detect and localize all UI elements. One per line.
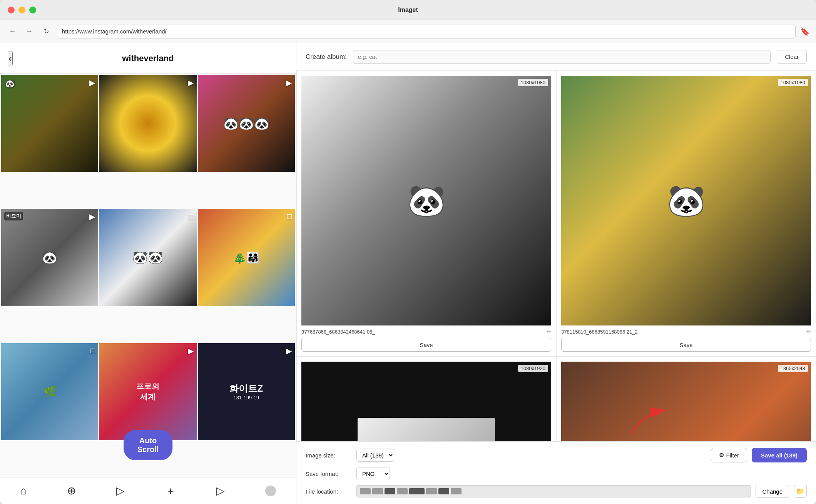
image-card: 🐼 1080x1920 379057018_14757138699210 75_…	[296, 357, 556, 441]
feed-item[interactable]: 🎄👨‍👩‍👧 □	[198, 209, 295, 306]
image-size-row: Image size: All (139) ⚙ Filter Save all …	[306, 448, 807, 462]
image-size-badge: 1080x1080	[518, 79, 548, 86]
home-icon[interactable]: ⌂	[20, 485, 27, 497]
feed-item-image-icon: □	[90, 346, 95, 355]
save-format-row: Save format: PNG JPG WEBP	[306, 467, 807, 480]
filter-icon: ⚙	[719, 452, 724, 459]
feed-item[interactable]: 🐼 ▶	[1, 75, 98, 172]
url-bar[interactable]	[57, 25, 796, 38]
auto-scroll-button[interactable]: Auto Scroll	[124, 430, 173, 460]
loc-seg-8	[451, 488, 462, 494]
loc-seg-5	[409, 488, 425, 494]
save-all-button[interactable]: Save all (139)	[752, 448, 807, 462]
image-thumbnail: 🦊 1365x2048	[561, 362, 811, 441]
image-card: 🐼 1080x1080 377687868_6863042468641 08_ …	[296, 71, 556, 357]
feed-item[interactable]: ▶	[99, 75, 196, 172]
close-button[interactable]	[8, 7, 15, 13]
feed-bottom-nav: ⌂ ⊕ ▷ ＋ ▷	[0, 477, 296, 504]
feed-item-image-icon: □	[189, 212, 194, 221]
image-size-badge: 1080x1080	[778, 79, 808, 86]
image-card: 🦊 1365x2048 379700632_68748528341267 1_ …	[556, 357, 816, 441]
file-location-row: File location: Change	[306, 485, 807, 498]
create-album-label: Create album:	[306, 53, 347, 61]
feed-item[interactable]: 🌿 □	[1, 343, 98, 440]
feed-item[interactable]: 화이트Z 181-199-19 ▶	[198, 343, 295, 440]
edit-filename-icon[interactable]: ✏	[547, 329, 551, 335]
profile-icon[interactable]	[265, 486, 276, 496]
feed-panel: ‹ witheverland 🐼 ▶ ▶	[0, 43, 296, 504]
image-filename: 378115810_6868591168086 21_2	[561, 329, 804, 335]
titlebar: Imaget	[0, 0, 816, 20]
create-album-row: Create album: Clear	[296, 43, 816, 71]
filter-button[interactable]: ⚙ Filter	[711, 448, 747, 462]
reels-icon[interactable]: ▷	[116, 484, 125, 497]
loc-seg-1	[360, 488, 371, 494]
save-button-1[interactable]: Save	[301, 338, 551, 352]
loc-seg-6	[426, 488, 437, 494]
window-title: Imaget	[398, 7, 418, 13]
save-format-label: Save format:	[306, 471, 352, 477]
app-window: Imaget ← → ↻ 🔖 ‹ witheverland 🐼	[0, 0, 816, 504]
feed-item-video-icon: ▶	[89, 212, 95, 221]
feed-item-video-icon: ▶	[286, 346, 292, 355]
image-thumbnail: 🐼 1080x1080	[561, 76, 811, 325]
feed-back-button[interactable]: ‹	[8, 52, 13, 65]
image-filename-row: 377687868_6863042468641 08_ ✏	[301, 329, 551, 335]
feed-username: witheverland	[122, 53, 174, 63]
feed-item-badge: 바요미	[4, 212, 23, 220]
folder-icon: 📁	[796, 487, 804, 496]
feed-item-video-icon: ▶	[188, 78, 194, 87]
feed-item[interactable]: 🐼🐼 □	[99, 209, 196, 306]
image-size-select[interactable]: All (139)	[356, 449, 394, 462]
loc-seg-4	[397, 488, 408, 494]
loc-seg-2	[372, 488, 383, 494]
feed-item-video-icon: ▶	[286, 78, 292, 87]
image-size-badge: 1080x1920	[518, 365, 548, 372]
window-controls	[8, 7, 36, 13]
image-size-badge: 1365x2048	[778, 365, 808, 372]
feed-item[interactable]: 🐼 ▶ 바요미	[1, 209, 98, 306]
image-thumbnail: 🐼 1080x1080	[301, 76, 551, 325]
create-album-input[interactable]	[353, 50, 771, 64]
feed-grid-wrapper: 🐼 ▶ ▶ 🐼🐼🐼 ▶ 🐼 ▶	[0, 74, 296, 477]
file-location-label: File location:	[306, 488, 352, 495]
browser-toolbar: ← → ↻ 🔖	[0, 20, 816, 43]
main-content: ‹ witheverland 🐼 ▶ ▶	[0, 43, 816, 504]
feed-item[interactable]: 프로의세계 ▶	[99, 343, 196, 440]
imaget-sidebar: Create album: Clear 🐼 1080x1080 37768786…	[296, 43, 816, 504]
feed-header: ‹ witheverland	[0, 43, 296, 74]
feed-item[interactable]: 🐼🐼🐼 ▶	[198, 75, 295, 172]
explore-icon[interactable]: ⊕	[67, 484, 76, 497]
messages-icon[interactable]: ▷	[216, 484, 225, 497]
image-thumbnail: 🐼 1080x1920	[301, 362, 551, 441]
images-grid: 🐼 1080x1080 377687868_6863042468641 08_ …	[296, 71, 816, 441]
image-filename: 377687868_6863042468641 08_	[301, 329, 544, 335]
image-card: 🐼 1080x1080 378115810_6868591168086 21_2…	[556, 71, 816, 357]
edit-filename-icon[interactable]: ✏	[806, 329, 811, 335]
image-filename-row: 378115810_6868591168086 21_2 ✏	[561, 329, 811, 335]
save-format-select[interactable]: PNG JPG WEBP	[356, 467, 390, 480]
save-button-2[interactable]: Save	[561, 338, 811, 352]
add-icon[interactable]: ＋	[165, 484, 176, 498]
image-size-label: Image size:	[306, 452, 352, 459]
reload-button[interactable]: ↻	[40, 25, 52, 38]
feed-item-video-icon: ▶	[89, 78, 95, 87]
maximize-button[interactable]	[29, 7, 36, 13]
minimize-button[interactable]	[18, 7, 25, 13]
back-button[interactable]: ←	[6, 25, 18, 38]
clear-button[interactable]: Clear	[777, 50, 807, 64]
feed-item-image-icon: □	[287, 212, 292, 221]
folder-icon-button[interactable]: 📁	[794, 485, 807, 498]
bookmark-icon[interactable]: 🔖	[800, 27, 810, 36]
file-location-segments	[357, 486, 751, 497]
forward-button[interactable]: →	[23, 25, 35, 38]
bottom-controls: Image size: All (139) ⚙ Filter Save all …	[296, 441, 816, 504]
feed-item-video-icon: ▶	[188, 346, 194, 355]
change-button[interactable]: Change	[756, 485, 789, 498]
loc-seg-7	[438, 488, 449, 494]
loc-seg-3	[385, 488, 395, 494]
file-location-bar	[356, 485, 751, 497]
filter-label: Filter	[726, 452, 739, 459]
feed-grid: 🐼 ▶ ▶ 🐼🐼🐼 ▶ 🐼 ▶	[0, 74, 296, 477]
